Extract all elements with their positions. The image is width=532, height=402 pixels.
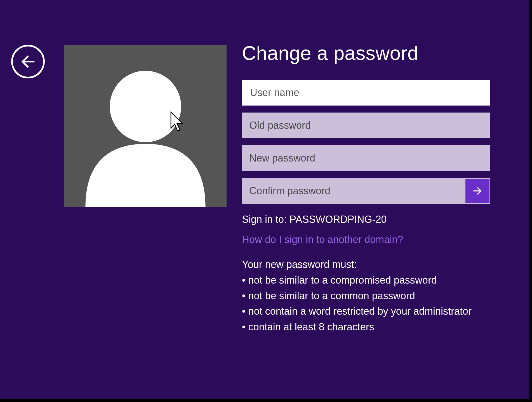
arrow-right-icon (471, 185, 484, 197)
new-password-row (242, 145, 494, 171)
svg-point-0 (110, 71, 181, 142)
user-icon (64, 45, 227, 207)
old-password-input[interactable] (242, 113, 490, 138)
username-row (242, 80, 494, 106)
arrow-left-icon (18, 52, 38, 71)
text-caret (250, 86, 250, 99)
username-input[interactable] (242, 80, 490, 106)
sign-in-prefix: Sign in to: (242, 214, 289, 225)
confirm-password-input[interactable] (242, 178, 490, 204)
form-area: Change a password Sign in to: PASSWORDPI… (242, 42, 494, 335)
requirement-item: • not contain a word restricted by your … (242, 303, 488, 319)
sign-in-domain-value: PASSWORDPING-20 (289, 214, 387, 225)
old-password-row (242, 113, 494, 138)
submit-button[interactable] (465, 179, 489, 203)
help-link[interactable]: How do I sign in to another domain? (242, 234, 494, 246)
back-button[interactable] (11, 45, 45, 78)
user-avatar (64, 45, 227, 207)
confirm-password-row (242, 178, 490, 204)
requirement-item: • not be similar to a common password (242, 288, 488, 304)
sign-in-domain: Sign in to: PASSWORDPING-20 (242, 214, 494, 225)
requirement-item: • not be similar to a compromised passwo… (242, 272, 488, 288)
password-requirements: Your new password must: • not be similar… (242, 257, 488, 335)
requirement-item: • contain at least 8 characters (242, 319, 488, 335)
change-password-screen: Change a password Sign in to: PASSWORDPI… (0, 0, 529, 399)
new-password-input[interactable] (242, 145, 490, 171)
requirements-intro: Your new password must: (242, 257, 488, 272)
page-title: Change a password (242, 42, 494, 64)
